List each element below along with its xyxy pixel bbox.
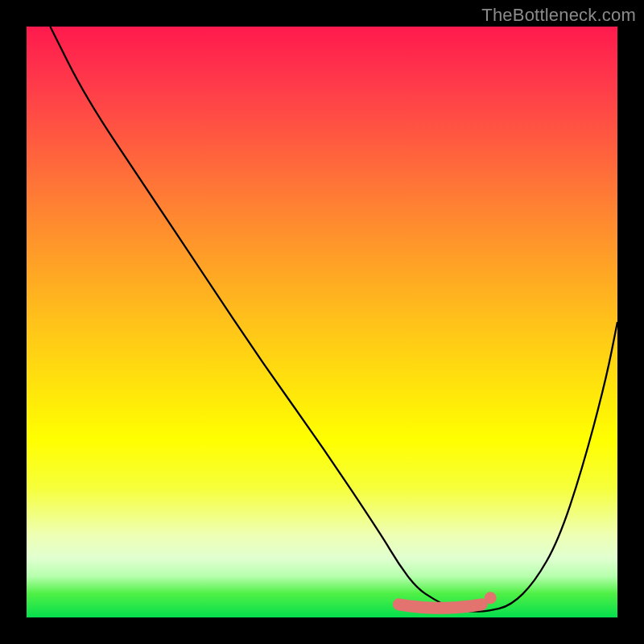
bottleneck-curve-path (50, 27, 617, 612)
chart-overlay (27, 27, 617, 617)
optimal-region-end-dot (485, 592, 497, 604)
watermark-label: TheBottleneck.com (481, 5, 636, 26)
optimal-region-stroke (398, 605, 481, 608)
optimal-region-markers (398, 592, 496, 608)
chart-container: TheBottleneck.com (0, 0, 644, 644)
